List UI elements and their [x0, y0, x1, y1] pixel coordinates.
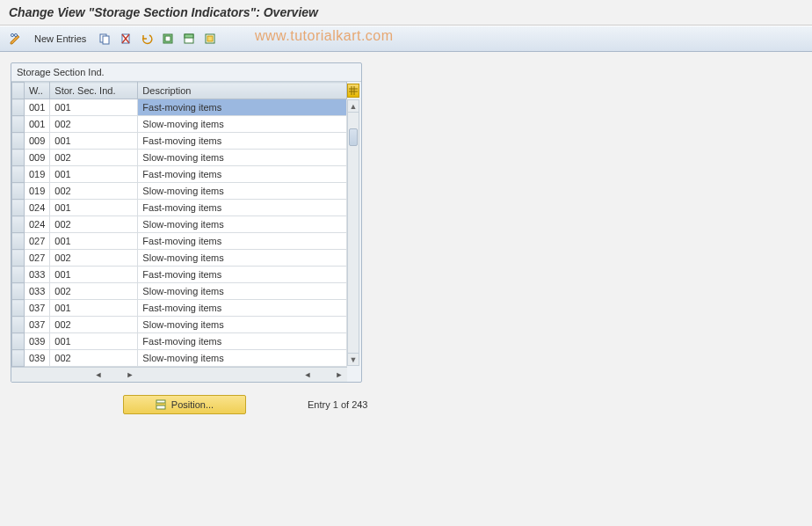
- scroll-left-button[interactable]: ◄: [92, 369, 105, 381]
- cell-description[interactable]: Slow-moving items: [138, 350, 347, 367]
- cell-stor-sec-ind[interactable]: 002: [50, 216, 138, 233]
- cell-description[interactable]: Fast-moving items: [138, 333, 347, 350]
- cell-warehouse[interactable]: 033: [25, 283, 50, 300]
- row-selector[interactable]: [12, 200, 25, 216]
- cell-stor-sec-ind[interactable]: 001: [50, 133, 138, 150]
- row-selector[interactable]: [12, 350, 25, 367]
- cell-description[interactable]: Slow-moving items: [138, 150, 347, 166]
- cell-warehouse[interactable]: 033: [25, 267, 50, 283]
- cell-warehouse[interactable]: 037: [25, 300, 50, 317]
- entry-counter-text: Entry 1 of 243: [308, 399, 368, 410]
- cell-description[interactable]: Fast-moving items: [138, 166, 347, 183]
- select-all-rows-header[interactable]: [12, 83, 25, 99]
- svg-point-1: [14, 33, 17, 36]
- scroll-up-button[interactable]: ▲: [348, 100, 359, 113]
- table-row: 001001Fast-moving items: [12, 99, 347, 116]
- select-block-button[interactable]: [180, 30, 198, 47]
- column-header-warehouse[interactable]: W..: [25, 83, 50, 99]
- cell-warehouse[interactable]: 039: [25, 350, 50, 367]
- cell-description[interactable]: Fast-moving items: [138, 99, 347, 116]
- cell-warehouse[interactable]: 024: [25, 200, 50, 216]
- cell-warehouse[interactable]: 001: [25, 99, 50, 116]
- cell-description[interactable]: Slow-moving items: [138, 317, 347, 333]
- position-button[interactable]: Position...: [123, 395, 246, 414]
- cell-description[interactable]: Fast-moving items: [138, 200, 347, 216]
- cell-stor-sec-ind[interactable]: 002: [50, 116, 138, 133]
- row-selector[interactable]: [12, 133, 25, 150]
- row-selector[interactable]: [12, 317, 25, 333]
- undo-change-button[interactable]: [138, 30, 156, 47]
- configure-columns-button[interactable]: [347, 84, 359, 98]
- cell-warehouse[interactable]: 009: [25, 150, 50, 166]
- svg-rect-3: [103, 36, 109, 44]
- cell-description[interactable]: Slow-moving items: [138, 250, 347, 267]
- column-header-stor-sec-ind[interactable]: Stor. Sec. Ind.: [50, 83, 138, 99]
- scroll-last-button[interactable]: ►: [333, 369, 345, 381]
- select-all-button[interactable]: [159, 30, 177, 47]
- watermark-text: www.tutorialkart.com: [255, 28, 394, 44]
- cell-stor-sec-ind[interactable]: 001: [50, 99, 138, 116]
- cell-description[interactable]: Fast-moving items: [138, 133, 347, 150]
- cell-warehouse[interactable]: 037: [25, 317, 50, 333]
- cell-warehouse[interactable]: 009: [25, 133, 50, 150]
- new-entries-button[interactable]: New Entries: [28, 31, 92, 47]
- row-selector[interactable]: [12, 116, 25, 133]
- row-selector[interactable]: [12, 216, 25, 233]
- scroll-thumb[interactable]: [349, 128, 358, 146]
- row-selector[interactable]: [12, 166, 25, 183]
- table-row: 019002Slow-moving items: [12, 183, 347, 200]
- row-selector[interactable]: [12, 283, 25, 300]
- cell-stor-sec-ind[interactable]: 001: [50, 166, 138, 183]
- page-title: Change View "Storage Section Indicators"…: [9, 5, 318, 19]
- row-selector[interactable]: [12, 150, 25, 166]
- cell-stor-sec-ind[interactable]: 001: [50, 267, 138, 283]
- cell-warehouse[interactable]: 027: [25, 250, 50, 267]
- application-toolbar: New Entries www.tutorialkart.com: [0, 26, 812, 52]
- select-all-icon: [162, 33, 174, 45]
- cell-description[interactable]: Slow-moving items: [138, 116, 347, 133]
- deselect-all-button[interactable]: [201, 30, 219, 47]
- row-selector[interactable]: [12, 183, 25, 200]
- cell-stor-sec-ind[interactable]: 001: [50, 233, 138, 250]
- deselect-all-icon: [204, 33, 216, 45]
- cell-stor-sec-ind[interactable]: 002: [50, 150, 138, 166]
- cell-stor-sec-ind[interactable]: 002: [50, 317, 138, 333]
- cell-warehouse[interactable]: 019: [25, 166, 50, 183]
- delete-button[interactable]: [117, 30, 134, 47]
- cell-stor-sec-ind[interactable]: 002: [50, 250, 138, 267]
- table-row: 024002Slow-moving items: [12, 216, 347, 233]
- copy-as-button[interactable]: [96, 30, 113, 47]
- cell-stor-sec-ind[interactable]: 001: [50, 200, 138, 216]
- table-row: 039002Slow-moving items: [12, 350, 347, 367]
- row-selector[interactable]: [12, 233, 25, 250]
- cell-warehouse[interactable]: 039: [25, 333, 50, 350]
- cell-warehouse[interactable]: 019: [25, 183, 50, 200]
- cell-stor-sec-ind[interactable]: 001: [50, 333, 138, 350]
- cell-stor-sec-ind[interactable]: 002: [50, 183, 138, 200]
- cell-warehouse[interactable]: 001: [25, 116, 50, 133]
- cell-description[interactable]: Fast-moving items: [138, 267, 347, 283]
- cell-warehouse[interactable]: 024: [25, 216, 50, 233]
- table-row: 033002Slow-moving items: [12, 283, 347, 300]
- cell-stor-sec-ind[interactable]: 002: [50, 283, 138, 300]
- cell-description[interactable]: Slow-moving items: [138, 216, 347, 233]
- toggle-display-change-button[interactable]: [7, 30, 25, 47]
- scroll-right-button[interactable]: ►: [124, 369, 136, 381]
- cell-description[interactable]: Fast-moving items: [138, 233, 347, 250]
- row-selector[interactable]: [12, 300, 25, 317]
- column-header-description[interactable]: Description: [138, 83, 347, 99]
- row-selector[interactable]: [12, 250, 25, 267]
- scroll-down-button[interactable]: ▼: [348, 353, 359, 365]
- cell-description[interactable]: Slow-moving items: [138, 183, 347, 200]
- row-selector[interactable]: [12, 333, 25, 350]
- cell-warehouse[interactable]: 027: [25, 233, 50, 250]
- row-selector[interactable]: [12, 267, 25, 283]
- pencil-glasses-icon: [10, 33, 22, 45]
- cell-description[interactable]: Slow-moving items: [138, 283, 347, 300]
- cell-stor-sec-ind[interactable]: 001: [50, 300, 138, 317]
- cell-description[interactable]: Fast-moving items: [138, 300, 347, 317]
- scroll-first-button[interactable]: ◄: [301, 369, 314, 381]
- cell-stor-sec-ind[interactable]: 002: [50, 350, 138, 367]
- row-selector[interactable]: [12, 99, 25, 116]
- vertical-scrollbar[interactable]: ▲ ▼: [347, 99, 359, 366]
